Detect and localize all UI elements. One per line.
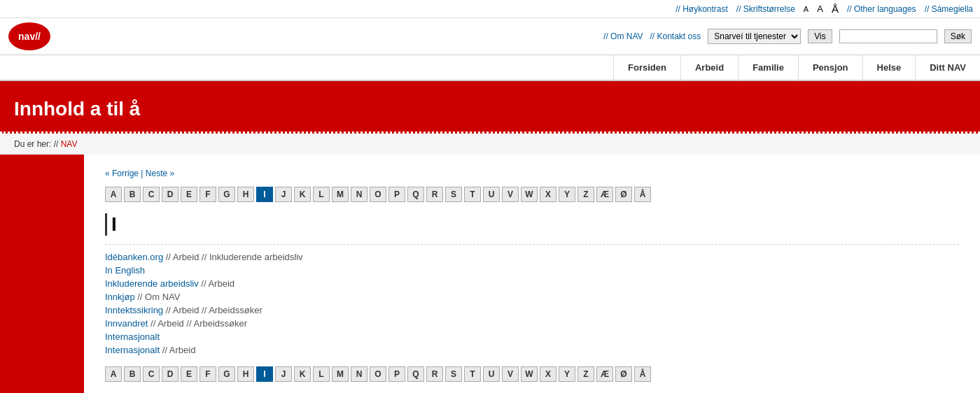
alpha-btn-n[interactable]: N <box>351 366 368 382</box>
alpha-btn-q[interactable]: Q <box>407 366 424 382</box>
om-nav-link[interactable]: // Om NAV <box>603 31 643 41</box>
list-item: Internasjonalt <box>105 331 959 342</box>
nav-arbeid[interactable]: Arbeid <box>680 55 738 80</box>
fontsize-large[interactable]: Å <box>832 3 839 15</box>
vis-button[interactable]: Vis <box>808 29 832 43</box>
alpha-btn-m[interactable]: M <box>332 366 349 382</box>
list-item: Innvandret // Arbeid // Arbeidssøker <box>105 318 959 329</box>
alpha-btn-y[interactable]: Y <box>559 187 575 202</box>
alpha-btn-w[interactable]: W <box>521 366 538 382</box>
alpha-btn-w[interactable]: W <box>521 187 538 202</box>
alpha-btn-æ[interactable]: Æ <box>596 187 613 202</box>
nav-pensjon[interactable]: Pensjon <box>798 55 862 80</box>
alpha-btn-g[interactable]: G <box>218 366 235 382</box>
content-link[interactable]: Internasjonalt <box>105 345 160 355</box>
nav-forsiden[interactable]: Forsiden <box>613 55 680 80</box>
list-item: Innkjøp // Om NAV <box>105 292 959 302</box>
alpha-btn-r[interactable]: R <box>426 366 443 382</box>
alpha-btn-s[interactable]: S <box>445 187 462 202</box>
alpha-btn-l[interactable]: L <box>313 187 330 202</box>
alpha-btn-j[interactable]: J <box>275 187 292 202</box>
alpha-btn-k[interactable]: K <box>294 187 311 202</box>
alpha-btn-x[interactable]: X <box>540 187 556 202</box>
content-link[interactable]: Inntektssikring <box>105 305 163 315</box>
content-link[interactable]: In English <box>105 265 145 276</box>
alpha-btn-k[interactable]: K <box>294 366 311 382</box>
alpha-btn-v[interactable]: V <box>502 366 519 382</box>
alpha-btn-u[interactable]: U <box>483 366 500 382</box>
alpha-btn-e[interactable]: E <box>181 187 197 202</box>
alpha-btn-ø[interactable]: Ø <box>615 187 632 202</box>
alpha-btn-o[interactable]: O <box>370 187 386 202</box>
alpha-btn-i[interactable]: I <box>256 187 273 202</box>
header: nav// // Om NAV // Kontakt oss Snarveí t… <box>0 18 980 55</box>
alpha-btn-f[interactable]: F <box>200 187 216 202</box>
content-link[interactable]: Internasjonalt <box>105 331 160 342</box>
content-link[interactable]: Idébanken.org <box>105 252 163 262</box>
alpha-btn-b[interactable]: B <box>124 366 141 382</box>
content-link[interactable]: Innkjøp <box>105 292 135 302</box>
alpha-btn-e[interactable]: E <box>181 366 197 382</box>
alpha-btn-t[interactable]: T <box>464 187 481 202</box>
list-item: Inntektssikring // Arbeid // Arbeidssøke… <box>105 305 959 315</box>
alpha-btn-v[interactable]: V <box>502 187 519 202</box>
highcontrast-link[interactable]: // Høykontrast <box>676 4 728 14</box>
nav-familie[interactable]: Familie <box>738 55 798 80</box>
alpha-btn-p[interactable]: P <box>388 366 405 382</box>
alpha-btn-å[interactable]: Å <box>634 187 651 202</box>
other-languages-link[interactable]: // Other languages <box>847 4 916 14</box>
kontakt-link[interactable]: // Kontakt oss <box>650 31 701 41</box>
alpha-btn-p[interactable]: P <box>388 187 405 202</box>
alpha-btn-a[interactable]: A <box>105 187 122 202</box>
alpha-btn-m[interactable]: M <box>332 187 349 202</box>
alpha-btn-å[interactable]: Å <box>634 366 651 382</box>
alpha-btn-h[interactable]: H <box>237 187 254 202</box>
alpha-btn-u[interactable]: U <box>483 187 500 202</box>
alpha-btn-z[interactable]: Z <box>578 187 594 202</box>
alpha-btn-g[interactable]: G <box>218 187 235 202</box>
fontsize-link[interactable]: // Skriftstørrelse <box>736 4 795 14</box>
search-input[interactable] <box>839 29 937 43</box>
nav-select[interactable]: Snarveí til tjenester <box>708 29 801 44</box>
nav-helse[interactable]: Helse <box>862 55 916 80</box>
alpha-btn-c[interactable]: C <box>143 187 160 202</box>
content-link[interactable]: Inkluderende arbeidsliv <box>105 278 199 289</box>
alpha-btn-z[interactable]: Z <box>578 366 594 382</box>
alpha-btn-q[interactable]: Q <box>407 187 424 202</box>
list-item: Internasjonalt // Arbeid <box>105 345 959 355</box>
alpha-btn-b[interactable]: B <box>124 187 141 202</box>
letter-heading: I <box>105 213 959 236</box>
left-sidebar <box>0 155 84 393</box>
link-secondary: // Arbeid // Arbeidssøker <box>148 318 247 329</box>
alpha-btn-r[interactable]: R <box>426 187 443 202</box>
alpha-btn-y[interactable]: Y <box>559 366 575 382</box>
content-link[interactable]: Innvandret <box>105 318 148 329</box>
alpha-btn-s[interactable]: S <box>445 366 462 382</box>
alpha-btn-ø[interactable]: Ø <box>615 366 632 382</box>
nav-ditt-nav[interactable]: Ditt NAV <box>915 55 980 80</box>
breadcrumb: Du er her: // NAV <box>0 134 980 155</box>
alpha-btn-h[interactable]: H <box>237 366 254 382</box>
alpha-btn-x[interactable]: X <box>540 366 556 382</box>
alpha-btn-t[interactable]: T <box>464 366 481 382</box>
fontsize-small[interactable]: A <box>804 5 808 13</box>
alpha-btn-l[interactable]: L <box>313 366 330 382</box>
prev-link[interactable]: « Forrige <box>105 169 139 178</box>
alpha-btn-j[interactable]: J <box>275 366 292 382</box>
next-link[interactable]: Neste » <box>146 169 174 178</box>
sami-link[interactable]: // Sámegiella <box>925 4 973 14</box>
fontsize-medium[interactable]: A <box>817 3 823 14</box>
alpha-btn-i[interactable]: I <box>256 366 273 382</box>
breadcrumb-nav-link[interactable]: NAV <box>61 139 78 149</box>
alpha-btn-æ[interactable]: Æ <box>596 366 613 382</box>
alpha-btn-o[interactable]: O <box>370 366 386 382</box>
alpha-btn-c[interactable]: C <box>143 366 160 382</box>
alpha-btn-d[interactable]: D <box>162 366 178 382</box>
link-secondary: // Arbeid // Inkluderende arbeidsliv <box>163 252 302 262</box>
alpha-btn-a[interactable]: A <box>105 366 122 382</box>
red-banner: Innhold a til å <box>0 81 980 134</box>
alpha-btn-n[interactable]: N <box>351 187 368 202</box>
alpha-btn-f[interactable]: F <box>200 366 216 382</box>
alpha-btn-d[interactable]: D <box>162 187 178 202</box>
search-button[interactable]: Søk <box>944 29 972 43</box>
